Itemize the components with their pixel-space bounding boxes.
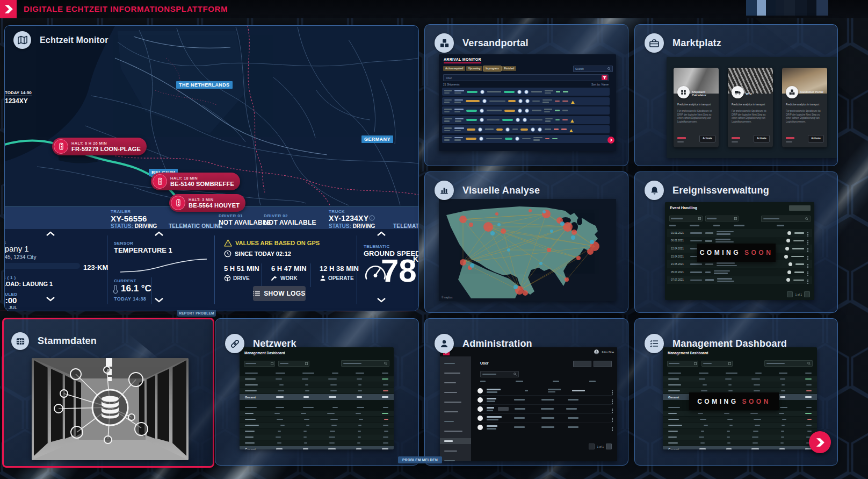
- next-page-button[interactable]: [606, 444, 612, 449]
- sort-by[interactable]: Sort by: Name: [591, 83, 609, 86]
- admin-user-row[interactable]: [478, 395, 613, 405]
- chevron-up-icon[interactable]: [377, 231, 386, 236]
- tile-netzwerk[interactable]: Netzwerk Management Dashboard Gesamt: [215, 318, 419, 466]
- date-to-input[interactable]: [701, 361, 733, 367]
- problem-melden-tab[interactable]: PROBLEM MELDEN: [398, 456, 442, 463]
- data-table-icon: [11, 332, 29, 350]
- chevron-down-icon[interactable]: [377, 298, 386, 303]
- date-to-input[interactable]: [278, 361, 309, 367]
- map-stop-marker-3[interactable]: HALT: 3 MINBE-5564 HOUYET: [169, 194, 245, 212]
- map-stop-marker-2[interactable]: HALT: 18 MINBE-5140 SOMBREFFE: [151, 173, 240, 190]
- app-card-shipment-calculator[interactable]: Shipment Calculator Predictive analytics…: [674, 68, 719, 147]
- date-from-input[interactable]: [244, 361, 275, 367]
- card-name: Shipment Calculator: [692, 90, 718, 97]
- tile-visuelle-analyse[interactable]: Visuelle Analyse: [424, 171, 628, 313]
- stop-company: Company 1: [4, 244, 29, 253]
- activate-button[interactable]: Activate: [754, 135, 770, 142]
- prev-page-button[interactable]: [787, 291, 793, 297]
- info-icon[interactable]: [369, 215, 375, 221]
- map-icon: [13, 31, 31, 49]
- kebab-menu-icon[interactable]: [612, 399, 613, 401]
- admin-user[interactable]: John Doe: [594, 349, 614, 354]
- admin-action-button[interactable]: [594, 361, 612, 367]
- header-decoration: [776, 0, 784, 16]
- event-search-input[interactable]: [761, 216, 811, 222]
- tile-stammdaten-selected[interactable]: Stammdaten: [2, 318, 214, 468]
- tab-in-progress[interactable]: In progress: [483, 66, 501, 71]
- search-input[interactable]: [341, 360, 389, 367]
- admin-user-row[interactable]: [478, 404, 613, 414]
- tile-management-dashboard[interactable]: Management Dashboard Management Dashboar…: [634, 318, 838, 466]
- kebab-menu-icon[interactable]: [807, 248, 808, 249]
- filter-funnel-icon[interactable]: [602, 75, 607, 80]
- add-new-button[interactable]: [789, 205, 811, 211]
- shipment-row[interactable]: [442, 97, 610, 105]
- kebab-menu-icon[interactable]: [612, 409, 613, 410]
- date-from-input[interactable]: [667, 361, 698, 367]
- kebab-menu-icon[interactable]: [807, 264, 808, 265]
- chevron-up-icon[interactable]: [154, 231, 164, 236]
- monitor-filter-input[interactable]: Filter: [443, 74, 609, 81]
- date-to-input[interactable]: [705, 216, 739, 221]
- activate-button[interactable]: Activate: [699, 135, 715, 142]
- tile-ereignissverwaltung[interactable]: Ereignissverwaltung Event Handling 01.01…: [634, 171, 838, 313]
- admin-search-input[interactable]: [480, 371, 519, 377]
- app-logo[interactable]: [0, 0, 17, 18]
- sensor-time: TODAY 14:38: [114, 296, 146, 302]
- tile-title: Marktplatz: [672, 38, 721, 49]
- search-input[interactable]: [764, 360, 813, 367]
- map-stop-marker-1[interactable]: HALT: 6 H 26 MINFR-59279 LOON-PLAGE: [52, 138, 147, 155]
- next-page-button[interactable]: [804, 291, 810, 297]
- shipment-row[interactable]: [442, 125, 610, 133]
- monitor-search-input[interactable]: Search: [573, 66, 613, 72]
- work-time-stat: 6 H 47 MIN WORK: [271, 264, 307, 282]
- kebab-menu-icon[interactable]: [807, 256, 808, 257]
- goods-label: GOODS ( 1 ): [4, 275, 16, 280]
- table-total-row: Gesamt: [240, 446, 394, 449]
- event-row[interactable]: 01.01.2021: [667, 229, 812, 237]
- kebab-menu-icon[interactable]: [807, 232, 808, 233]
- admin-action-button[interactable]: [573, 361, 591, 367]
- notification-badge[interactable]: [607, 137, 614, 144]
- avatar-icon: [594, 349, 599, 354]
- tile-echtzeit-monitor[interactable]: TODAY 14:50 1234XY THE NETHERLANDS BELGI…: [4, 25, 419, 311]
- tile-versandportal[interactable]: Versandportal ARRIVAL MONITOR Action req…: [424, 24, 628, 166]
- tile-administration[interactable]: Administration John Doe: [424, 318, 628, 466]
- kebab-menu-icon[interactable]: [807, 240, 808, 241]
- show-logs-button[interactable]: SHOW LOGS: [253, 286, 306, 301]
- chevron-up-icon[interactable]: [46, 231, 55, 236]
- report-problem-tab[interactable]: REPORT PROBLEM: [177, 310, 216, 317]
- shipment-row[interactable]: [442, 88, 610, 96]
- admin-user-row[interactable]: [478, 386, 613, 396]
- event-row[interactable]: 05.07.2021: [667, 268, 812, 276]
- operator-icon: [320, 275, 326, 281]
- kebab-menu-icon[interactable]: [612, 427, 613, 428]
- tab-action-required[interactable]: Action required: [443, 66, 465, 71]
- tab-finished[interactable]: Finished: [502, 66, 517, 71]
- fab-logo-button[interactable]: [809, 431, 831, 453]
- app-card-customer-portal[interactable]: Customer Portal Predictive analytics in …: [782, 68, 827, 147]
- date-from-input[interactable]: [669, 216, 703, 221]
- admin-user-row[interactable]: [478, 413, 613, 423]
- shipment-row[interactable]: [442, 135, 610, 143]
- activate-button[interactable]: Activate: [808, 135, 824, 142]
- chevron-down-icon[interactable]: [46, 297, 55, 302]
- header-decoration: [766, 0, 776, 16]
- prev-page-button[interactable]: [589, 444, 595, 449]
- chevron-down-icon[interactable]: [154, 298, 164, 303]
- kebab-menu-icon[interactable]: [612, 390, 613, 391]
- kebab-menu-icon[interactable]: [807, 271, 808, 273]
- admin-user-row[interactable]: [478, 423, 613, 432]
- event-row[interactable]: 07.07.2021: [667, 276, 812, 284]
- tile-marktplatz[interactable]: Marktplatz Shipment Calculator Predictiv…: [634, 24, 838, 166]
- route-map[interactable]: TODAY 14:50 1234XY THE NETHERLANDS BELGI…: [5, 26, 418, 206]
- tab-upcoming[interactable]: Upcoming: [466, 66, 482, 71]
- sidebar-item-active[interactable]: [440, 438, 471, 444]
- kebab-menu-icon[interactable]: [807, 280, 808, 281]
- shipment-row[interactable]: [442, 106, 610, 115]
- kebab-menu-icon[interactable]: [612, 418, 613, 419]
- shipment-row[interactable]: [442, 116, 610, 124]
- arrow-logo-icon: [814, 437, 826, 448]
- arrival-monitor-title: ARRIVAL MONITOR: [444, 58, 481, 63]
- app-card-ptv[interactable]: PTV Predictive analytics in transport Fü…: [728, 68, 773, 147]
